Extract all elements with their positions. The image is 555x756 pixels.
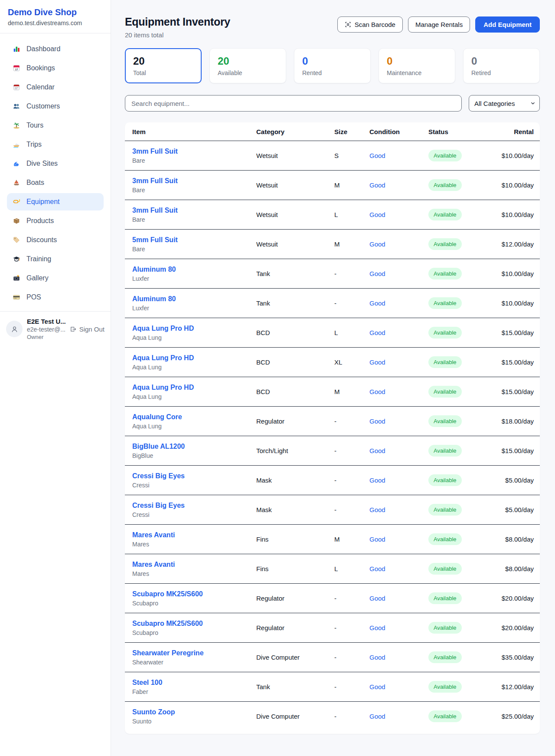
item-brand: Scubapro [132,600,249,607]
condition-link[interactable]: Good [369,624,385,631]
rental-price: $15.00/day [494,318,540,348]
condition-link[interactable]: Good [369,240,385,248]
condition-link[interactable]: Good [369,713,385,720]
condition-link[interactable]: Good [369,683,385,690]
condition-link[interactable]: Good [369,506,385,513]
item-name-link[interactable]: Steel 100 [132,679,249,687]
sidebar-item-label: Calendar [26,83,55,91]
item-name-link[interactable]: Aqua Lung Pro HD [132,384,249,391]
package-icon [12,217,21,225]
condition-link[interactable]: Good [369,270,385,277]
item-name-link[interactable]: Aluminum 80 [132,295,249,303]
sidebar-item[interactable]: Trips [7,136,104,153]
sidebar-item-label: Training [26,255,51,263]
item-name-link[interactable]: 3mm Full Suit [132,177,249,185]
stat-card[interactable]: 20 Total [125,48,202,83]
item-name-link[interactable]: 3mm Full Suit [132,207,249,214]
item-brand: BigBlue [132,452,249,459]
condition-link[interactable]: Good [369,447,385,454]
item-name-link[interactable]: Aqua Lung Pro HD [132,354,249,362]
category-select[interactable]: All Categories [469,95,540,112]
search-input[interactable] [125,95,462,112]
scan-barcode-button[interactable]: Scan Barcode [337,16,403,33]
rental-price: $18.00/day [494,407,540,436]
condition-link[interactable]: Good [369,654,385,661]
table-row: Mares Avanti Mares Fins M Good Available… [125,525,540,554]
add-equipment-button[interactable]: Add Equipment [475,16,540,33]
users-icon [12,102,21,111]
sidebar-item[interactable]: Gallery [7,270,104,287]
status-badge: Available [428,386,462,398]
condition-link[interactable]: Good [369,299,385,307]
stat-card[interactable]: 0 Maintenance [379,48,455,83]
item-category: Tank [253,259,331,289]
condition-link[interactable]: Good [369,417,385,425]
sidebar-item[interactable]: Calendar [7,79,104,96]
item-name-link[interactable]: Aqualung Core [132,413,249,421]
status-badge: Available [428,238,462,250]
item-name-link[interactable]: Suunto Zoop [132,708,249,716]
user-role: Owner [27,334,65,340]
item-name-link[interactable]: 3mm Full Suit [132,148,249,155]
condition-link[interactable]: Good [369,565,385,572]
sidebar-item[interactable]: POS [7,289,104,306]
stat-card[interactable]: 0 Retired [463,48,540,83]
manage-rentals-button[interactable]: Manage Rentals [408,16,470,33]
sidebar-item[interactable]: Tours [7,117,104,134]
rental-price: $25.00/day [494,702,540,731]
condition-link[interactable]: Good [369,329,385,336]
condition-link[interactable]: Good [369,358,385,366]
sidebar-item[interactable]: Customers [7,98,104,115]
rental-price: $10.00/day [494,171,540,200]
wave-icon [12,159,21,168]
item-name-link[interactable]: Mares Avanti [132,531,249,539]
stat-value: 0 [471,55,532,67]
condition-link[interactable]: Good [369,152,385,159]
status-badge: Available [428,297,462,309]
item-brand: Aqua Lung [132,393,249,400]
stat-value: 0 [302,55,362,67]
table-row: Aqua Lung Pro HD Aqua Lung BCD XL Good A… [125,348,540,377]
sidebar-item[interactable]: 17 Bookings [7,59,104,77]
item-name-link[interactable]: Cressi Big Eyes [132,472,249,480]
sidebar-item[interactable]: Dashboard [7,40,104,58]
rental-price: $12.00/day [494,672,540,702]
item-name-link[interactable]: Aqua Lung Pro HD [132,325,249,332]
column-header-item: Item [125,122,253,141]
sailboat-icon [12,178,21,187]
item-name-link[interactable]: BigBlue AL1200 [132,443,249,450]
condition-link[interactable]: Good [369,211,385,218]
condition-link[interactable]: Good [369,181,385,189]
table-row: Aluminum 80 Luxfer Tank - Good Available… [125,289,540,318]
item-name-link[interactable]: Mares Avanti [132,561,249,569]
sidebar-item[interactable]: Equipment [7,193,104,210]
condition-link[interactable]: Good [369,388,385,395]
calendar-icon [12,83,21,92]
item-name-link[interactable]: Aluminum 80 [132,266,249,273]
rental-price: $8.00/day [494,554,540,584]
condition-link[interactable]: Good [369,477,385,484]
sidebar-item[interactable]: Training [7,250,104,268]
item-brand: Bare [132,216,249,223]
status-badge: Available [428,445,462,457]
column-header-status: Status [425,122,494,141]
item-name-link[interactable]: Scubapro MK25/S600 [132,620,249,628]
item-name-link[interactable]: Cressi Big Eyes [132,502,249,509]
item-name-link[interactable]: 5mm Full Suit [132,236,249,244]
sidebar-item[interactable]: Dive Sites [7,155,104,172]
stat-value: 20 [218,55,278,67]
status-badge: Available [428,622,462,634]
sidebar-item[interactable]: Discounts [7,231,104,249]
stat-card[interactable]: 20 Available [209,48,286,83]
condition-link[interactable]: Good [369,595,385,602]
condition-link[interactable]: Good [369,536,385,543]
item-name-link[interactable]: Shearwater Peregrine [132,649,249,657]
status-badge: Available [428,533,462,545]
sidebar-item[interactable]: Boats [7,174,104,191]
item-name-link[interactable]: Scubapro MK25/S600 [132,590,249,598]
sidebar-item[interactable]: Products [7,212,104,230]
status-badge: Available [428,209,462,220]
stat-card[interactable]: 0 Rented [294,48,371,83]
sign-out-button[interactable]: Sign Out [69,325,104,333]
page-title: Equipment Inventory [125,16,230,28]
